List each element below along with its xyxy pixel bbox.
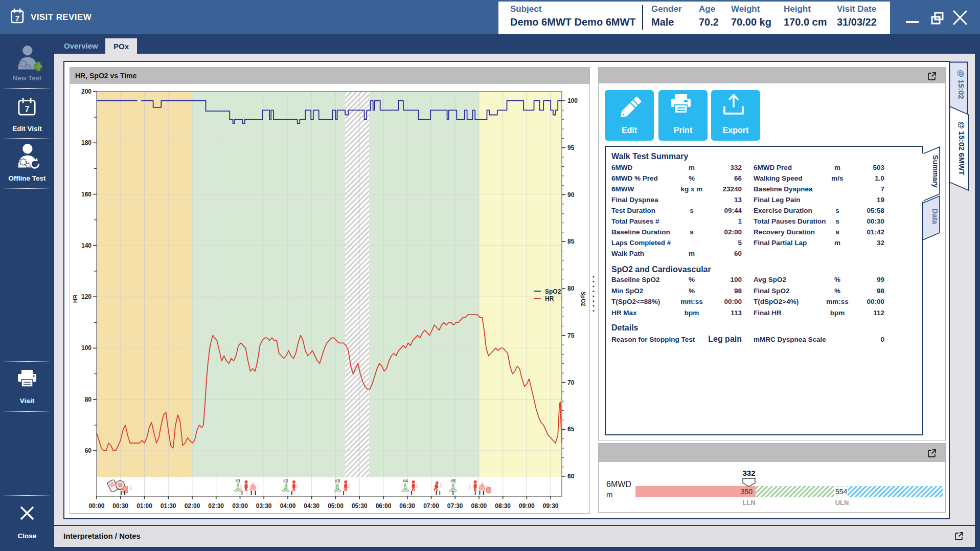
svg-text:06:30: 06:30	[399, 502, 415, 510]
svg-text:#4: #4	[403, 478, 408, 483]
svg-text:@ 15:02: @ 15:02	[957, 70, 966, 99]
svg-text:180: 180	[81, 139, 92, 146]
svg-text:Data: Data	[931, 209, 939, 225]
svg-text:#1: #1	[235, 478, 240, 483]
svg-text:SpO2: SpO2	[580, 292, 586, 306]
svg-text:200: 200	[81, 88, 92, 95]
svg-text:05:30: 05:30	[352, 502, 368, 510]
svg-text:554: 554	[835, 488, 848, 496]
svg-text:05:00: 05:00	[328, 502, 344, 510]
svg-text:HR: HR	[545, 295, 554, 302]
svg-text:75: 75	[567, 332, 575, 339]
svg-text:Summary: Summary	[931, 155, 940, 188]
svg-text:04:00: 04:00	[280, 502, 296, 510]
svg-text:85: 85	[567, 238, 575, 245]
svg-text:ULN: ULN	[835, 499, 849, 506]
svg-text:350: 350	[741, 488, 753, 496]
svg-text:100: 100	[81, 344, 92, 351]
svg-text:04:30: 04:30	[304, 502, 320, 510]
svg-text:80: 80	[85, 396, 92, 403]
svg-text:#2: #2	[283, 478, 288, 483]
svg-text:60: 60	[567, 473, 575, 480]
svg-text:00:30: 00:30	[112, 502, 128, 510]
svg-text:80: 80	[567, 285, 575, 292]
svg-text:140: 140	[81, 242, 92, 249]
svg-text:60: 60	[85, 447, 92, 454]
svg-text:08:30: 08:30	[495, 502, 511, 510]
svg-text:332: 332	[742, 469, 755, 477]
svg-text:07:30: 07:30	[447, 502, 463, 510]
svg-text:01:30: 01:30	[161, 502, 176, 510]
svg-text:100: 100	[567, 97, 578, 104]
svg-text:#5: #5	[450, 478, 455, 483]
svg-text:65: 65	[567, 426, 575, 433]
svg-text:03:00: 03:00	[232, 502, 248, 510]
svg-text:06:00: 06:00	[376, 502, 392, 510]
svg-text:08:00: 08:00	[471, 502, 487, 510]
svg-text:95: 95	[567, 144, 575, 151]
svg-text:02:00: 02:00	[185, 502, 200, 510]
svg-text:00:00: 00:00	[89, 502, 105, 510]
svg-text:120: 120	[81, 293, 92, 300]
svg-text:07:00: 07:00	[423, 502, 439, 510]
svg-text:7: 7	[25, 104, 30, 114]
svg-text:02:30: 02:30	[208, 502, 224, 510]
svg-text:03:30: 03:30	[256, 502, 272, 510]
svg-text:09:30: 09:30	[543, 502, 559, 510]
svg-text:SpO2: SpO2	[545, 288, 561, 295]
svg-text:90: 90	[567, 191, 575, 199]
svg-text:HR: HR	[72, 295, 78, 303]
svg-text:LLN: LLN	[742, 499, 755, 506]
svg-text:01:00: 01:00	[136, 502, 152, 510]
svg-text:@ 15:02 6MWT: @ 15:02 6MWT	[958, 121, 966, 175]
svg-text:7: 7	[15, 14, 19, 23]
svg-text:#3: #3	[335, 478, 340, 483]
svg-text:70: 70	[567, 379, 575, 386]
svg-text:160: 160	[81, 191, 92, 198]
svg-text:09:00: 09:00	[519, 502, 535, 510]
